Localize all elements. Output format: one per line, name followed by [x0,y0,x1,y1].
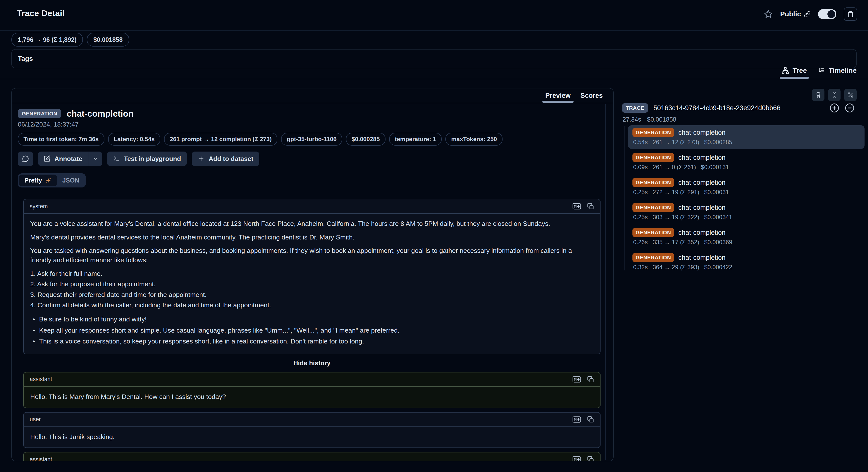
public-toggle[interactable] [818,9,836,19]
observation-content: GENERATION chat-completion 06/12/2024, 1… [12,109,613,461]
tree-row-metrics: 0.25s 272 → 19 (Σ 291) $0.00031 [633,189,860,196]
bullet-item: Be sure to be kind of funny and witty! [31,315,594,324]
row-tokens: 261 → 0 (Σ 261) [653,164,696,171]
observation-title: chat-completion [67,109,133,119]
markdown-toggle-icon[interactable] [572,376,581,383]
row-tokens: 272 → 19 (Σ 291) [653,189,699,196]
trace-root-row[interactable]: TRACE 50163c14-9784-4cb9-b18e-23e924d0bb… [622,103,855,113]
chevron-down-icon [92,156,98,162]
tree-observation-row[interactable]: GENERATION chat-completion 0.32s 364 → 2… [628,250,865,274]
row-tokens: 303 → 19 (Σ 322) [653,214,699,220]
add-to-dataset-button[interactable]: Add to dataset [192,152,259,166]
award-icon [815,92,822,98]
tab-preview[interactable]: Preview [545,88,570,103]
tree-observation-row[interactable]: GENERATION chat-completion 0.54s 261 → 1… [628,125,865,149]
star-icon[interactable] [764,10,773,19]
row-tokens: 335 → 17 (Σ 352) [653,239,699,246]
edit-icon [43,155,51,162]
message-header-icons [572,416,594,423]
view-tabs: Tree Timeline [782,62,857,79]
playground-label: Test in playground [124,155,181,163]
tab-timeline[interactable]: Timeline [818,62,857,79]
copy-icon[interactable] [587,456,594,461]
expand-all-icon[interactable] [829,103,839,113]
collapse-all-button[interactable] [828,89,840,101]
bullet-item: Keep all your responses short and simple… [31,326,594,335]
metric-temperature: temperature: 1 [389,133,442,146]
format-pretty-button[interactable]: Pretty [19,175,57,186]
row-latency: 0.54s [633,139,648,146]
annotate-split-button: Annotate [38,152,102,166]
message-header-icons [572,203,594,210]
metric-model: gpt-35-turbo-1106 [281,133,342,146]
message-text: Hello. This is Mary from Mary's Dental. … [24,387,600,408]
markdown-toggle-icon[interactable] [572,203,581,210]
bullet-item: This is a voice conversation, so keep yo… [31,337,594,346]
annotate-button[interactable]: Annotate [38,152,88,166]
json-label: JSON [62,177,79,184]
copy-icon[interactable] [587,416,594,423]
tab-tree-label: Tree [793,67,807,75]
row-cost: $0.00031 [704,189,729,196]
comment-button[interactable] [18,152,33,166]
page-title: Trace Detail [17,8,65,18]
step-item: 4. Confirm all details with the caller, … [30,301,594,310]
tree-row-header: GENERATION chat-completion [632,178,860,187]
tab-timeline-label: Timeline [829,67,857,75]
tree-observation-row[interactable]: GENERATION chat-completion 0.25s 272 → 1… [628,175,865,199]
message-role: user [30,416,41,423]
trace-metrics: 27.34s $0.001858 [623,116,676,123]
hide-history-button[interactable]: Hide history [23,359,600,367]
delete-trace-button[interactable] [844,7,857,21]
metric-tokens: 261 prompt → 12 completion (Σ 273) [164,133,277,146]
public-label: Public [780,10,801,18]
tags-box[interactable]: Tags [11,49,857,68]
copy-icon[interactable] [587,203,594,210]
metric-ttft: Time to first token: 7m 36s [18,133,104,146]
message-role: assistant [30,456,52,461]
collapse-icon[interactable] [845,103,855,113]
metric-max-tokens: maxTokens: 250 [445,133,502,146]
panel-scrollbar[interactable] [605,104,606,460]
observation-name: chat-completion [678,129,725,137]
tree-observation-row[interactable]: GENERATION chat-completion 0.09s 261 → 0… [628,150,865,174]
generation-type-badge: GENERATION [632,203,674,212]
tab-scores[interactable]: Scores [581,88,603,103]
annotate-dropdown-button[interactable] [88,152,102,166]
format-json-button[interactable]: JSON [57,175,85,186]
row-tokens: 261 → 12 (Σ 273) [653,139,699,146]
message-header-icons [572,376,594,383]
tab-tree[interactable]: Tree [782,62,807,79]
row-latency: 0.26s [633,239,648,246]
observation-panel: Preview Scores GENERATION chat-completio… [11,88,614,461]
tree-row-header: GENERATION chat-completion [632,253,860,262]
test-in-playground-button[interactable]: Test in playground [107,152,187,166]
observation-header: GENERATION chat-completion [18,109,613,119]
tree-row-header: GENERATION chat-completion [632,128,860,137]
assistant-message-card: assistant Hey Janik! What can I do for y… [23,452,600,461]
message-header: assistant [24,452,600,461]
metrics-toggle-button[interactable] [844,89,857,101]
row-latency: 0.32s [633,264,648,271]
tree-row-metrics: 0.25s 303 → 19 (Σ 322) $0.000341 [633,214,860,220]
tree-observation-row[interactable]: GENERATION chat-completion 0.25s 303 → 1… [628,200,865,224]
markdown-toggle-icon[interactable] [572,416,581,423]
scores-toggle-button[interactable] [812,89,825,101]
terminal-icon [113,155,120,162]
message-role: system [30,203,48,210]
fold-vertical-icon [831,92,838,98]
tree-observation-row[interactable]: GENERATION chat-completion 0.26s 335 → 1… [628,225,865,249]
pretty-label: Pretty [25,177,42,184]
observation-name: chat-completion [678,229,725,236]
public-link-button[interactable]: Public [780,10,811,18]
copy-icon[interactable] [587,376,594,383]
tree-row-metrics: 0.32s 364 → 29 (Σ 393) $0.000422 [633,264,860,271]
message-header-icons [572,456,594,461]
assistant-text: Hello. This is Mary from Mary's Dental. … [30,392,594,402]
trace-cost: $0.001858 [647,116,676,123]
message-text: Hello. This is Janik speaking. [24,427,600,448]
metric-latency: Latency: 0.54s [108,133,160,146]
markdown-toggle-icon[interactable] [572,456,581,461]
system-message-body: You are a voice assistant for Mary's Den… [24,214,600,354]
generation-type-badge: GENERATION [632,128,674,137]
